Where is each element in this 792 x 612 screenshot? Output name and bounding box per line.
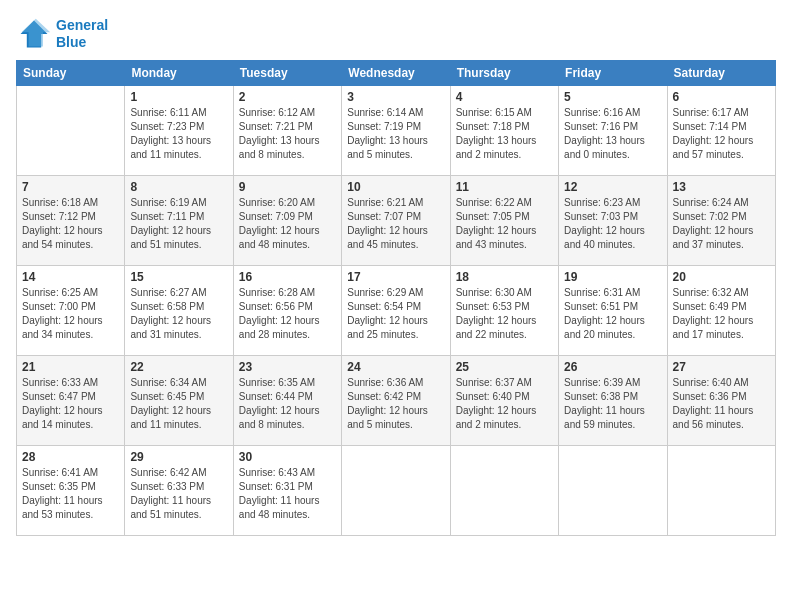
calendar-cell: 29Sunrise: 6:42 AM Sunset: 6:33 PM Dayli… <box>125 446 233 536</box>
calendar-cell: 12Sunrise: 6:23 AM Sunset: 7:03 PM Dayli… <box>559 176 667 266</box>
day-info: Sunrise: 6:40 AM Sunset: 6:36 PM Dayligh… <box>673 376 770 432</box>
day-number: 28 <box>22 450 119 464</box>
calendar-cell: 18Sunrise: 6:30 AM Sunset: 6:53 PM Dayli… <box>450 266 558 356</box>
day-number: 6 <box>673 90 770 104</box>
day-number: 12 <box>564 180 661 194</box>
calendar-body: 1Sunrise: 6:11 AM Sunset: 7:23 PM Daylig… <box>17 86 776 536</box>
week-row-5: 28Sunrise: 6:41 AM Sunset: 6:35 PM Dayli… <box>17 446 776 536</box>
day-info: Sunrise: 6:17 AM Sunset: 7:14 PM Dayligh… <box>673 106 770 162</box>
calendar-cell: 16Sunrise: 6:28 AM Sunset: 6:56 PM Dayli… <box>233 266 341 356</box>
day-number: 26 <box>564 360 661 374</box>
day-info: Sunrise: 6:35 AM Sunset: 6:44 PM Dayligh… <box>239 376 336 432</box>
day-number: 11 <box>456 180 553 194</box>
day-info: Sunrise: 6:14 AM Sunset: 7:19 PM Dayligh… <box>347 106 444 162</box>
day-number: 1 <box>130 90 227 104</box>
day-header-sunday: Sunday <box>17 61 125 86</box>
calendar-cell: 30Sunrise: 6:43 AM Sunset: 6:31 PM Dayli… <box>233 446 341 536</box>
day-number: 17 <box>347 270 444 284</box>
day-header-wednesday: Wednesday <box>342 61 450 86</box>
calendar-cell <box>667 446 775 536</box>
calendar-cell: 9Sunrise: 6:20 AM Sunset: 7:09 PM Daylig… <box>233 176 341 266</box>
calendar-cell <box>450 446 558 536</box>
calendar-cell: 7Sunrise: 6:18 AM Sunset: 7:12 PM Daylig… <box>17 176 125 266</box>
calendar-cell: 23Sunrise: 6:35 AM Sunset: 6:44 PM Dayli… <box>233 356 341 446</box>
day-header-saturday: Saturday <box>667 61 775 86</box>
day-info: Sunrise: 6:36 AM Sunset: 6:42 PM Dayligh… <box>347 376 444 432</box>
day-info: Sunrise: 6:19 AM Sunset: 7:11 PM Dayligh… <box>130 196 227 252</box>
day-info: Sunrise: 6:37 AM Sunset: 6:40 PM Dayligh… <box>456 376 553 432</box>
calendar-cell: 26Sunrise: 6:39 AM Sunset: 6:38 PM Dayli… <box>559 356 667 446</box>
day-info: Sunrise: 6:16 AM Sunset: 7:16 PM Dayligh… <box>564 106 661 162</box>
calendar-cell: 6Sunrise: 6:17 AM Sunset: 7:14 PM Daylig… <box>667 86 775 176</box>
day-info: Sunrise: 6:30 AM Sunset: 6:53 PM Dayligh… <box>456 286 553 342</box>
day-number: 15 <box>130 270 227 284</box>
day-number: 21 <box>22 360 119 374</box>
page-header: General Blue <box>16 16 776 52</box>
day-number: 19 <box>564 270 661 284</box>
day-info: Sunrise: 6:15 AM Sunset: 7:18 PM Dayligh… <box>456 106 553 162</box>
day-info: Sunrise: 6:32 AM Sunset: 6:49 PM Dayligh… <box>673 286 770 342</box>
calendar-cell: 8Sunrise: 6:19 AM Sunset: 7:11 PM Daylig… <box>125 176 233 266</box>
calendar-cell <box>559 446 667 536</box>
day-info: Sunrise: 6:28 AM Sunset: 6:56 PM Dayligh… <box>239 286 336 342</box>
calendar-cell: 4Sunrise: 6:15 AM Sunset: 7:18 PM Daylig… <box>450 86 558 176</box>
day-number: 7 <box>22 180 119 194</box>
calendar-cell: 13Sunrise: 6:24 AM Sunset: 7:02 PM Dayli… <box>667 176 775 266</box>
calendar-cell: 10Sunrise: 6:21 AM Sunset: 7:07 PM Dayli… <box>342 176 450 266</box>
calendar-cell: 14Sunrise: 6:25 AM Sunset: 7:00 PM Dayli… <box>17 266 125 356</box>
calendar-cell: 17Sunrise: 6:29 AM Sunset: 6:54 PM Dayli… <box>342 266 450 356</box>
day-info: Sunrise: 6:27 AM Sunset: 6:58 PM Dayligh… <box>130 286 227 342</box>
day-info: Sunrise: 6:41 AM Sunset: 6:35 PM Dayligh… <box>22 466 119 522</box>
day-info: Sunrise: 6:33 AM Sunset: 6:47 PM Dayligh… <box>22 376 119 432</box>
day-info: Sunrise: 6:39 AM Sunset: 6:38 PM Dayligh… <box>564 376 661 432</box>
day-info: Sunrise: 6:11 AM Sunset: 7:23 PM Dayligh… <box>130 106 227 162</box>
day-info: Sunrise: 6:23 AM Sunset: 7:03 PM Dayligh… <box>564 196 661 252</box>
day-number: 30 <box>239 450 336 464</box>
day-number: 3 <box>347 90 444 104</box>
day-info: Sunrise: 6:43 AM Sunset: 6:31 PM Dayligh… <box>239 466 336 522</box>
calendar-cell: 2Sunrise: 6:12 AM Sunset: 7:21 PM Daylig… <box>233 86 341 176</box>
day-number: 16 <box>239 270 336 284</box>
day-header-tuesday: Tuesday <box>233 61 341 86</box>
day-info: Sunrise: 6:20 AM Sunset: 7:09 PM Dayligh… <box>239 196 336 252</box>
day-number: 9 <box>239 180 336 194</box>
day-number: 25 <box>456 360 553 374</box>
calendar-cell: 3Sunrise: 6:14 AM Sunset: 7:19 PM Daylig… <box>342 86 450 176</box>
day-header-friday: Friday <box>559 61 667 86</box>
day-number: 13 <box>673 180 770 194</box>
calendar-cell: 28Sunrise: 6:41 AM Sunset: 6:35 PM Dayli… <box>17 446 125 536</box>
day-number: 24 <box>347 360 444 374</box>
day-number: 2 <box>239 90 336 104</box>
calendar-cell: 1Sunrise: 6:11 AM Sunset: 7:23 PM Daylig… <box>125 86 233 176</box>
day-number: 23 <box>239 360 336 374</box>
day-info: Sunrise: 6:25 AM Sunset: 7:00 PM Dayligh… <box>22 286 119 342</box>
calendar-cell <box>17 86 125 176</box>
day-number: 8 <box>130 180 227 194</box>
calendar-table: SundayMondayTuesdayWednesdayThursdayFrid… <box>16 60 776 536</box>
week-row-4: 21Sunrise: 6:33 AM Sunset: 6:47 PM Dayli… <box>17 356 776 446</box>
day-number: 10 <box>347 180 444 194</box>
calendar-cell: 19Sunrise: 6:31 AM Sunset: 6:51 PM Dayli… <box>559 266 667 356</box>
day-number: 18 <box>456 270 553 284</box>
day-info: Sunrise: 6:18 AM Sunset: 7:12 PM Dayligh… <box>22 196 119 252</box>
day-number: 29 <box>130 450 227 464</box>
calendar-cell: 27Sunrise: 6:40 AM Sunset: 6:36 PM Dayli… <box>667 356 775 446</box>
day-header-thursday: Thursday <box>450 61 558 86</box>
calendar-cell: 24Sunrise: 6:36 AM Sunset: 6:42 PM Dayli… <box>342 356 450 446</box>
calendar-cell <box>342 446 450 536</box>
logo: General Blue <box>16 16 108 52</box>
calendar-cell: 25Sunrise: 6:37 AM Sunset: 6:40 PM Dayli… <box>450 356 558 446</box>
day-number: 20 <box>673 270 770 284</box>
day-info: Sunrise: 6:31 AM Sunset: 6:51 PM Dayligh… <box>564 286 661 342</box>
day-header-monday: Monday <box>125 61 233 86</box>
day-info: Sunrise: 6:34 AM Sunset: 6:45 PM Dayligh… <box>130 376 227 432</box>
calendar-cell: 11Sunrise: 6:22 AM Sunset: 7:05 PM Dayli… <box>450 176 558 266</box>
calendar-cell: 5Sunrise: 6:16 AM Sunset: 7:16 PM Daylig… <box>559 86 667 176</box>
day-number: 4 <box>456 90 553 104</box>
day-number: 14 <box>22 270 119 284</box>
week-row-2: 7Sunrise: 6:18 AM Sunset: 7:12 PM Daylig… <box>17 176 776 266</box>
day-info: Sunrise: 6:29 AM Sunset: 6:54 PM Dayligh… <box>347 286 444 342</box>
day-number: 5 <box>564 90 661 104</box>
day-info: Sunrise: 6:12 AM Sunset: 7:21 PM Dayligh… <box>239 106 336 162</box>
logo-text: General Blue <box>56 17 108 51</box>
